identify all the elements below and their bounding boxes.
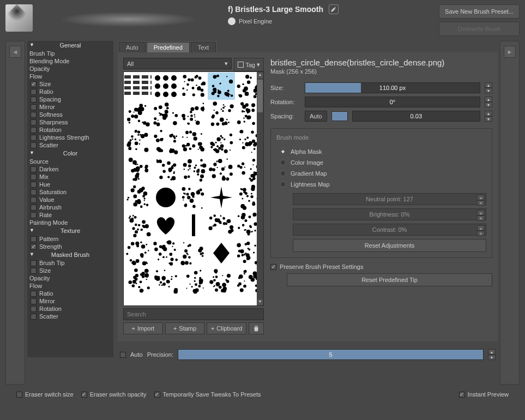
brush-tip-thumbnail[interactable]: [152, 128, 179, 155]
section-header[interactable]: Masked Brush: [27, 250, 113, 259]
sidebar-item[interactable]: Source: [27, 158, 113, 165]
sidebar-check-item[interactable]: Sharpness: [27, 118, 113, 126]
spacing-value-field[interactable]: 0.03: [352, 111, 480, 122]
thumbnail-scrollbar[interactable]: ▲ ▼: [257, 72, 263, 305]
rotation-slider[interactable]: 0°: [305, 97, 480, 107]
sidebar-checkbox[interactable]: [31, 89, 37, 95]
brush-tip-thumbnail[interactable]: [152, 239, 179, 267]
engine-label[interactable]: Pixel Engine: [239, 18, 272, 25]
sidebar-check-item[interactable]: Mix: [27, 173, 113, 181]
sidebar-check-item[interactable]: Softness: [27, 111, 113, 118]
precision-auto-checkbox[interactable]: [120, 352, 126, 358]
tab-auto[interactable]: Auto: [119, 42, 146, 52]
brush-tip-thumbnail[interactable]: [180, 128, 207, 155]
sidebar-check-item[interactable]: Strength: [27, 243, 113, 250]
sidebar-checkbox[interactable]: [31, 197, 37, 203]
sidebar-check-item[interactable]: Ratio: [27, 88, 113, 95]
sidebar-check-item[interactable]: Scatter: [27, 141, 113, 149]
radio-icon[interactable]: [280, 170, 286, 177]
spacing-spinner[interactable]: ▲▼: [485, 111, 492, 122]
rotation-spinner[interactable]: ▲▼: [485, 97, 492, 107]
spacing-auto[interactable]: Auto: [305, 111, 327, 122]
brush-tip-thumbnail[interactable]: [124, 212, 152, 239]
next-preset-button[interactable]: ►: [504, 46, 516, 58]
brush-tip-thumbnail[interactable]: [180, 100, 207, 128]
tab-predefined[interactable]: Predefined: [147, 42, 190, 52]
brush-tip-thumbnail[interactable]: [208, 239, 235, 267]
brush-tip-thumbnail[interactable]: [124, 73, 152, 100]
edit-title-icon[interactable]: [329, 4, 339, 14]
section-header[interactable]: Color: [27, 149, 113, 158]
sidebar-checkbox[interactable]: [31, 127, 37, 133]
sidebar-check-item[interactable]: Scatter: [27, 313, 113, 320]
sidebar-check-item[interactable]: Spacing: [27, 95, 113, 103]
sidebar-checkbox[interactable]: [31, 97, 37, 103]
import-button[interactable]: + Import: [123, 322, 163, 334]
sidebar-checkbox[interactable]: [31, 236, 37, 242]
brush-tip-thumbnail[interactable]: [208, 212, 235, 239]
sidebar-check-item[interactable]: Saturation: [27, 188, 113, 196]
sidebar-check-item[interactable]: Mirror: [27, 297, 113, 305]
sidebar-check-item[interactable]: Mirror: [27, 103, 113, 111]
clipboard-button[interactable]: + Clipboard: [207, 322, 246, 334]
brush-tip-thumbnail[interactable]: [208, 184, 235, 211]
search-input[interactable]: Search: [123, 308, 264, 320]
brush-mode-option[interactable]: Lightness Map: [276, 179, 486, 190]
sidebar-checkbox[interactable]: [31, 182, 37, 188]
sidebar-check-item[interactable]: Hue: [27, 181, 113, 188]
brush-tip-thumbnail[interactable]: [208, 73, 235, 100]
radio-icon[interactable]: [280, 181, 286, 188]
brush-tip-thumbnail[interactable]: [180, 73, 207, 100]
tab-text[interactable]: Text: [191, 42, 216, 52]
sidebar-check-item[interactable]: Brush Tip: [27, 259, 113, 267]
brush-tip-thumbnail[interactable]: [180, 156, 207, 183]
brush-tip-thumbnail[interactable]: [152, 212, 179, 239]
sidebar-check-item[interactable]: Darken: [27, 165, 113, 173]
reset-adjustments-button[interactable]: Reset Adjustments: [293, 239, 486, 252]
brush-tip-thumbnail[interactable]: [152, 267, 179, 295]
sidebar-item[interactable]: Painting Mode: [27, 219, 113, 226]
tag-button[interactable]: Tag ▾: [234, 58, 264, 71]
brush-tip-thumbnail[interactable]: [152, 100, 179, 128]
sidebar-check-item[interactable]: Pattern: [27, 235, 113, 243]
sidebar-item[interactable]: Flow: [27, 73, 113, 80]
brush-mode-option[interactable]: Gradient Map: [276, 168, 486, 179]
brush-tip-thumbnail[interactable]: [208, 100, 235, 128]
precision-spinner[interactable]: ▲▼: [488, 349, 496, 360]
brush-tip-thumbnail[interactable]: [124, 239, 152, 267]
brush-tip-thumbnail[interactable]: [124, 267, 152, 295]
brush-tip-thumbnail[interactable]: [208, 267, 235, 295]
precision-slider[interactable]: 5: [178, 349, 484, 360]
temp-save-checkbox[interactable]: [154, 392, 160, 398]
sidebar-checkbox[interactable]: [31, 205, 37, 211]
sidebar-checkbox[interactable]: [31, 268, 37, 274]
sidebar-checkbox[interactable]: [31, 81, 37, 87]
brush-mode-option[interactable]: Color Image: [276, 157, 486, 168]
brush-tip-thumbnail[interactable]: [124, 184, 152, 211]
brush-tip-thumbnail[interactable]: [180, 267, 207, 295]
sidebar-item[interactable]: Brush Tip: [27, 50, 113, 57]
reset-tip-button[interactable]: Reset Predefined Tip: [287, 273, 492, 286]
sidebar-item[interactable]: Blending Mode: [27, 57, 113, 65]
spacing-mini-slider[interactable]: [331, 111, 348, 121]
sidebar-checkbox[interactable]: [31, 135, 37, 141]
section-header[interactable]: General: [27, 41, 113, 50]
sidebar-item[interactable]: Flow: [27, 282, 113, 290]
radio-icon[interactable]: [280, 148, 286, 155]
sidebar-checkbox[interactable]: [31, 189, 37, 195]
sidebar-check-item[interactable]: Airbrush: [27, 203, 113, 211]
radio-icon[interactable]: [280, 159, 286, 166]
sidebar-check-item[interactable]: Ratio: [27, 290, 113, 297]
section-header[interactable]: Texture: [27, 226, 113, 235]
sidebar-check-item[interactable]: Rate: [27, 211, 113, 219]
preserve-checkbox[interactable]: [270, 264, 276, 270]
brush-tip-thumbnail[interactable]: [152, 73, 179, 100]
instant-preview-checkbox[interactable]: [459, 392, 465, 398]
brush-tip-thumbnail[interactable]: [208, 128, 235, 155]
category-dropdown[interactable]: All ▾: [123, 58, 232, 69]
size-slider[interactable]: 110.00 px: [305, 82, 480, 93]
sidebar-check-item[interactable]: Rotation: [27, 305, 113, 313]
eraser-opacity-checkbox[interactable]: [81, 392, 87, 398]
sidebar-checkbox[interactable]: [31, 260, 37, 266]
brush-preview-thumbnail[interactable]: [5, 4, 33, 32]
